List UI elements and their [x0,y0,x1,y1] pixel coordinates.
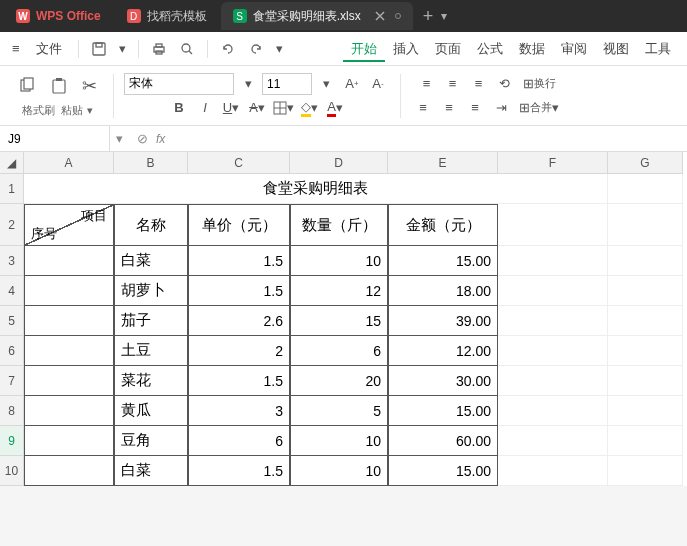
cell-serial[interactable] [24,456,114,486]
cell-name[interactable]: 菜花 [114,366,188,396]
size-dropdown-icon[interactable]: ▾ [314,73,338,95]
cell[interactable] [608,174,683,204]
menu-tab[interactable]: 页面 [427,36,469,62]
cell[interactable] [608,306,683,336]
paste-label[interactable]: 粘贴 ▾ [61,103,92,118]
close-icon[interactable] [375,11,385,21]
align-bottom-icon[interactable]: ≡ [467,73,491,95]
cell-price[interactable]: 1.5 [188,366,290,396]
fill-color-button[interactable]: ◇ ▾ [297,97,321,119]
cell[interactable] [498,204,608,246]
cell-amount[interactable]: 18.00 [388,276,498,306]
column-header[interactable]: E [388,152,498,174]
cell[interactable] [498,366,608,396]
bold-button[interactable]: B [167,97,191,119]
cell-name[interactable]: 豆角 [114,426,188,456]
decrease-font-icon[interactable]: A- [366,73,390,95]
cell-name[interactable]: 茄子 [114,306,188,336]
underline-button[interactable]: U ▾ [219,97,243,119]
cell-amount[interactable]: 12.00 [388,336,498,366]
tab-menu-dropdown[interactable]: ▾ [441,9,447,23]
copy-button[interactable] [12,75,42,97]
cell[interactable] [498,306,608,336]
cell-name[interactable]: 土豆 [114,336,188,366]
menu-tab[interactable]: 插入 [385,36,427,62]
row-header[interactable]: 9 [0,426,24,456]
cell-serial[interactable] [24,306,114,336]
orientation-icon[interactable]: ⟲ [493,73,517,95]
formula-input[interactable] [173,132,679,146]
cancel-icon[interactable]: ⊘ [137,131,148,146]
tab-template[interactable]: D 找稻壳模板 [115,2,219,30]
wrap-text-button[interactable]: ⊞ 换行 [519,73,560,95]
row-header[interactable]: 5 [0,306,24,336]
row-header[interactable]: 6 [0,336,24,366]
tab-wps-home[interactable]: W WPS Office [4,2,113,30]
cell[interactable] [608,246,683,276]
cell-serial[interactable] [24,366,114,396]
tab-current-file[interactable]: S 食堂采购明细表.xlsx [221,2,413,30]
column-header[interactable]: F [498,152,608,174]
cell-name[interactable]: 白菜 [114,456,188,486]
save-icon[interactable] [87,37,111,61]
cell[interactable] [608,204,683,246]
column-header[interactable]: A [24,152,114,174]
italic-button[interactable]: I [193,97,217,119]
app-menu-button[interactable]: ≡ [8,37,24,60]
cell[interactable] [498,246,608,276]
column-header[interactable]: G [608,152,683,174]
font-name-select[interactable] [124,73,234,95]
cell[interactable] [498,276,608,306]
cell-price[interactable]: 2 [188,336,290,366]
cell-price[interactable]: 6 [188,426,290,456]
redo-dropdown-icon[interactable]: ▾ [272,37,287,60]
cell-name[interactable]: 黄瓜 [114,396,188,426]
paste-button[interactable] [44,75,74,97]
cell-amount[interactable]: 15.00 [388,246,498,276]
menu-tab[interactable]: 公式 [469,36,511,62]
cut-button[interactable]: ✂ [76,73,103,99]
cell-name[interactable]: 白菜 [114,246,188,276]
cell-qty[interactable]: 20 [290,366,388,396]
column-header[interactable]: C [188,152,290,174]
file-menu[interactable]: 文件 [28,36,70,62]
name-box[interactable] [0,126,110,151]
select-all-corner[interactable]: ◢ [0,152,24,174]
cell[interactable] [608,366,683,396]
cell-price[interactable]: 1.5 [188,246,290,276]
save-dropdown-icon[interactable]: ▾ [115,37,130,60]
menu-tab[interactable]: 工具 [637,36,679,62]
cell-amount[interactable]: 39.00 [388,306,498,336]
cell-serial[interactable] [24,246,114,276]
cell[interactable] [608,426,683,456]
cell[interactable] [498,336,608,366]
align-middle-icon[interactable]: ≡ [441,73,465,95]
menu-tab[interactable]: 数据 [511,36,553,62]
align-left-icon[interactable]: ≡ [411,97,435,119]
row-header[interactable]: 8 [0,396,24,426]
row-header[interactable]: 1 [0,174,24,204]
column-header[interactable]: D [290,152,388,174]
cell-amount[interactable]: 30.00 [388,366,498,396]
strikethrough-button[interactable]: A ▾ [245,97,269,119]
undo-icon[interactable] [216,37,240,61]
cell[interactable] [498,426,608,456]
font-size-select[interactable] [262,73,312,95]
cell-serial[interactable] [24,276,114,306]
cell[interactable] [608,456,683,486]
cell[interactable] [608,336,683,366]
cell-qty[interactable]: 15 [290,306,388,336]
redo-icon[interactable] [244,37,268,61]
cell-qty[interactable]: 6 [290,336,388,366]
cell-serial[interactable] [24,396,114,426]
fx-icon[interactable]: fx [156,132,165,146]
print-preview-icon[interactable] [175,37,199,61]
name-box-dropdown[interactable]: ▾ [110,131,129,146]
row-header[interactable]: 2 [0,204,24,246]
cell-qty[interactable]: 10 [290,456,388,486]
cell-qty[interactable]: 10 [290,426,388,456]
align-right-icon[interactable]: ≡ [463,97,487,119]
row-header[interactable]: 3 [0,246,24,276]
cell[interactable] [498,396,608,426]
column-header[interactable]: B [114,152,188,174]
